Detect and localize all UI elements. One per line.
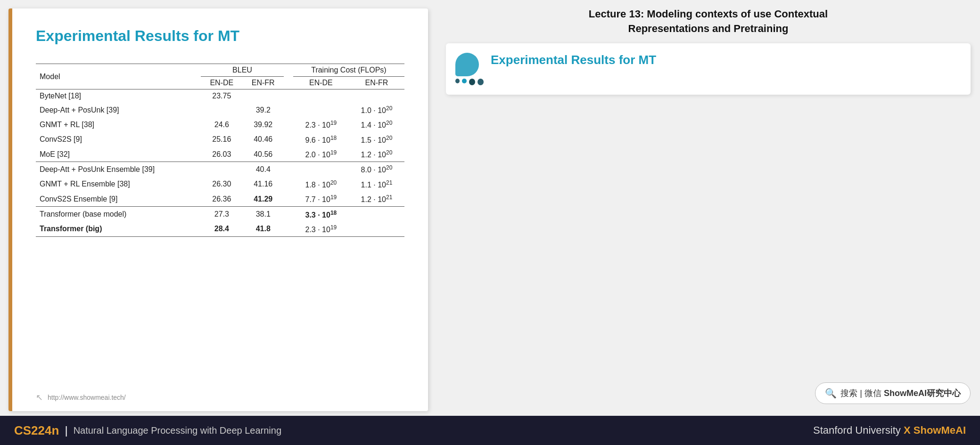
search-box[interactable]: 🔍 搜索 | 微信 ShowMeAI研究中心 [815,382,971,404]
table-row: ConvS2S [9] 25.16 40.46 9.6 · 1018 1.5 ·… [36,132,404,147]
en-fr-flops-header: EN-FR [349,77,404,89]
bottom-divider: | [65,424,67,437]
x-mark: X [904,424,914,436]
bleu-group-header: BLEU [201,64,284,77]
right-spacer [446,95,971,382]
slide-title: Experimental Results for MT [36,27,404,45]
search-bar-area: 🔍 搜索 | 微信 ShowMeAI研究中心 [446,382,971,409]
bottom-subtitle: Natural Language Processing with Deep Le… [74,425,281,436]
slide-panel: Experimental Results for MT Model BLEU T… [8,8,428,411]
en-de-flops-header: EN-DE [293,77,349,89]
teal-shape [455,53,479,76]
en-de-bleu-header: EN-DE [201,77,243,89]
table-row: Transformer (big) 28.4 41.8 2.3 · 1019 [36,222,404,237]
lecture-title: Lecture 13: Modeling contexts of use Con… [446,7,971,36]
table-row: MoE [32] 26.03 40.56 2.0 · 1019 1.2 · 10… [36,147,404,162]
table-row: Deep-Att + PosUnk [39] 39.2 1.0 · 1020 [36,103,404,117]
dot-3 [469,79,475,85]
right-panel: Lecture 13: Modeling contexts of use Con… [436,0,980,416]
table-row: GNMT + RL Ensemble [38] 26.30 41.16 1.8 … [36,177,404,192]
bottom-left: CS224n | Natural Language Processing wit… [14,423,281,438]
training-group-header: Training Cost (FLOPs) [293,64,404,77]
bottom-bar: CS224n | Natural Language Processing wit… [0,416,980,445]
search-label: 搜索 | 微信 ShowMeAI研究中心 [840,388,961,399]
table-row: Deep-Att + PosUnk Ensemble [39] 40.4 8.0… [36,162,404,177]
right-slide-preview: Experimental Results for MT [446,43,971,95]
cursor-icon: ↖ [36,392,43,403]
model-header: Model [36,64,201,89]
results-table: Model BLEU Training Cost (FLOPs) EN-DE E… [36,64,404,237]
dot-4 [478,79,484,85]
showmeai-label: ShowMeAI [914,424,966,436]
dot-row [455,79,484,85]
table-row: GNMT + RL [38] 24.6 39.92 2.3 · 1019 1.4… [36,117,404,132]
stanford-label: Stanford University [813,424,901,436]
en-fr-bleu-header: EN-FR [243,77,284,89]
dot-1 [455,79,460,83]
slide-table-area: Model BLEU Training Cost (FLOPs) EN-DE E… [36,64,404,237]
table-row: ByteNet [18] 23.75 [36,89,404,103]
footer-url[interactable]: http://www.showmeai.tech/ [48,394,126,401]
slide-content: Experimental Results for MT Model BLEU T… [12,8,428,388]
dot-2 [462,79,466,83]
search-icon: 🔍 [825,388,837,399]
preview-slide-title: Experimental Results for MT [491,53,656,67]
table-top-header: Model BLEU Training Cost (FLOPs) [36,64,404,77]
main-area: Experimental Results for MT Model BLEU T… [0,0,980,416]
slide-footer: ↖ http://www.showmeai.tech/ [12,388,428,411]
table-row: Transformer (base model) 27.3 38.1 3.3 ·… [36,207,404,222]
table-row: ConvS2S Ensemble [9] 26.36 41.29 7.7 · 1… [36,192,404,207]
bottom-right: Stanford University X ShowMeAI [813,424,966,437]
preview-icon [455,53,484,85]
cs224n-label: CS224n [14,423,59,438]
